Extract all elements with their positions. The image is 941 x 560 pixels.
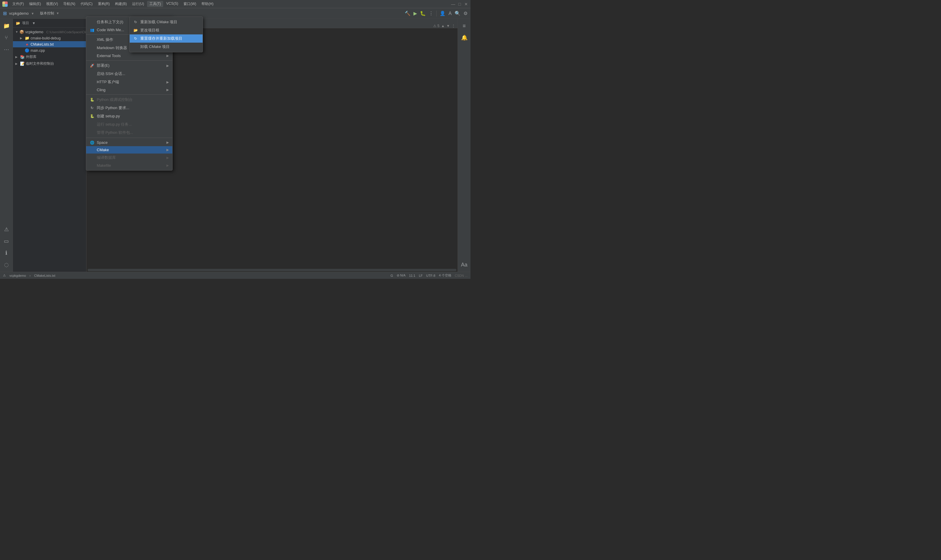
menu-separator [86,138,172,138]
menu-item-space[interactable]: 🌐 Space ▶ [86,139,172,146]
submenu-arrow-icon: ▶ [166,163,169,167]
app-logo [2,2,8,7]
cmake-menu-reset-cache[interactable]: ↻ 重置缓存并重新加载项目 [130,34,203,43]
menu-item-manage-packages: 管理 Python 软件包... [86,129,172,137]
menu-item-http-client[interactable]: HTTP 客户端 ▶ [86,78,172,86]
menu-code[interactable]: 代码(C) [78,1,95,7]
menu-item-label: 任务和上下文(I) [97,19,123,25]
code-icon: 👥 [90,28,94,32]
menu-item-makefile: Makefile ▶ [86,162,172,169]
reset-cache-icon: ↻ [133,37,138,41]
menu-edit[interactable]: 编辑(E) [27,1,43,7]
submenu-arrow-icon: ▶ [166,141,169,145]
menu-separator [86,60,172,61]
menu-item-label: 卸载 CMake 项目 [140,44,170,49]
cmake-menu-reload[interactable]: ↻ 重新加载 CMake 项目 [130,18,203,26]
menu-item-label: 启动 SSH 会话... [97,71,125,77]
menu-item-label: HTTP 客户端 [97,79,119,85]
cmake-menu-change-root[interactable]: 📂 更改项目根 [130,26,203,34]
submenu-arrow-icon: ▶ [166,156,169,160]
menu-item-label: 编译数据库 [97,155,116,160]
menu-item-label: Python 或调试控制台 [97,97,132,102]
menu-item-run-setup: 运行 setup.py 任务... [86,120,172,129]
menu-item-compile-db: 编译数据库 ▶ [86,154,172,162]
title-bar: 文件(F) 编辑(E) 视图(V) 导航(N) 代码(C) 重构(R) 构建(B… [0,0,470,8]
sync-icon: ↻ [90,106,94,110]
menu-view[interactable]: 视图(V) [44,1,60,7]
menu-run[interactable]: 运行(U) [130,1,146,7]
menu-item-label: 重新加载 CMake 项目 [140,19,177,25]
menu-item-label: 管理 Python 软件包... [97,130,133,135]
menu-item-label: 运行 setup.py 任务... [97,122,132,127]
menu-item-cmake[interactable]: CMake ▶ [86,146,172,154]
menu-refactor[interactable]: 重构(R) [95,1,112,7]
menu-build[interactable]: 构建(B) [113,1,129,7]
submenu-arrow-icon: ▶ [166,148,169,152]
menu-item-create-setup[interactable]: 🐍 创建 setup.py [86,112,172,120]
submenu-arrow-icon: ▶ [166,64,169,68]
reload-icon: ↻ [133,20,138,24]
deploy-icon: 🚀 [90,63,94,68]
menu-item-label: Markdown 转换器 [97,45,127,51]
menu-item-label: 同步 Python 要求... [97,105,129,111]
submenu-arrow-icon: ▶ [166,54,169,58]
menu-overlay: 任务和上下文(I) ▶ 👥 Code With Me... Ctrl+Shift… [0,8,470,280]
menu-bar: 文件(F) 编辑(E) 视图(V) 导航(N) 代码(C) 重构(R) 构建(B… [10,1,216,7]
menu-item-external-tools[interactable]: External Tools ▶ [86,52,172,59]
menu-item-label: Makefile [97,163,111,168]
menu-file[interactable]: 文件(F) [10,1,26,7]
menu-item-label: Cling [97,88,106,92]
menu-item-label: XML 操作 [97,37,113,42]
menu-help[interactable]: 帮助(H) [199,1,216,7]
window-controls: — □ ✕ [451,2,468,6]
menu-navigate[interactable]: 导航(N) [61,1,78,7]
menu-item-label: External Tools [97,54,121,58]
space-icon: 🌐 [90,141,94,145]
python-icon: 🐍 [90,98,94,102]
minimize-button[interactable]: — [451,2,455,6]
menu-item-label: 更改项目根 [140,28,159,33]
close-button[interactable]: ✕ [464,2,468,6]
folder-change-icon: 📂 [133,28,138,32]
cmake-menu-unload[interactable]: 卸载 CMake 项目 [130,43,203,51]
menu-vcs[interactable]: VCS(S) [164,1,181,7]
menu-item-sync-python[interactable]: ↻ 同步 Python 要求... [86,104,172,112]
python-setup-icon: 🐍 [90,114,94,118]
maximize-button[interactable]: □ [458,2,462,6]
menu-item-python-console: 🐍 Python 或调试控制台 [86,95,172,104]
menu-item-label: 重置缓存并重新加载项目 [140,36,182,41]
menu-separator [86,94,172,95]
cmake-submenu: ↻ 重新加载 CMake 项目 📂 更改项目根 ↻ 重置缓存并重新加载项目 卸载… [129,17,203,52]
menu-item-label: 创建 setup.py [97,114,120,119]
menu-item-cling[interactable]: Cling ▶ [86,86,172,94]
menu-item-label: 部署(E) [97,63,109,68]
menu-item-label: CMake [97,148,109,152]
menu-item-ssh[interactable]: 启动 SSH 会话... [86,70,172,78]
menu-item-deploy[interactable]: 🚀 部署(E) ▶ [86,62,172,70]
submenu-arrow-icon: ▶ [166,88,169,92]
menu-item-label: Space [97,140,108,145]
menu-window[interactable]: 窗口(W) [181,1,198,7]
submenu-arrow-icon: ▶ [166,80,169,84]
menu-item-label: Code With Me... [97,28,124,32]
menu-tools[interactable]: 工具(T) [147,1,163,7]
